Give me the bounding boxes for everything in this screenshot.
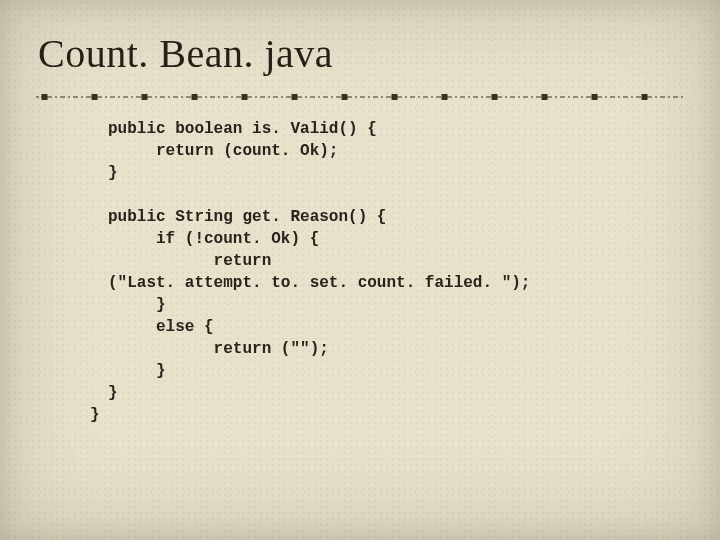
svg-rect-25 <box>642 95 647 100</box>
svg-rect-21 <box>542 95 547 100</box>
code-line: return (""); <box>108 340 329 358</box>
code-line: return <box>108 252 271 270</box>
svg-rect-5 <box>142 95 147 100</box>
slide: Count. Bean. java <box>0 0 720 540</box>
divider-svg <box>36 92 684 102</box>
svg-rect-9 <box>242 95 247 100</box>
slide-title: Count. Bean. java <box>38 30 333 77</box>
code-line: return (count. Ok); <box>108 142 338 160</box>
code-line: if (!count. Ok) { <box>108 230 319 248</box>
svg-rect-13 <box>342 95 347 100</box>
divider-ornament <box>36 92 684 102</box>
svg-rect-23 <box>592 95 597 100</box>
code-line: } <box>108 164 118 182</box>
svg-rect-11 <box>292 95 297 100</box>
svg-rect-15 <box>392 95 397 100</box>
code-line: public String get. Reason() { <box>108 208 386 226</box>
svg-rect-3 <box>92 95 97 100</box>
svg-rect-7 <box>192 95 197 100</box>
code-line: public boolean is. Valid() { <box>108 120 377 138</box>
svg-rect-1 <box>42 95 47 100</box>
svg-rect-19 <box>492 95 497 100</box>
code-line: } <box>108 384 118 402</box>
code-line: ("Last. attempt. to. set. count. failed.… <box>108 274 530 292</box>
code-line: } <box>108 362 166 380</box>
code-line: } <box>108 296 166 314</box>
code-line: else { <box>108 318 214 336</box>
svg-rect-17 <box>442 95 447 100</box>
code-close-brace: } <box>90 404 100 426</box>
code-block: public boolean is. Valid() { return (cou… <box>108 118 668 404</box>
